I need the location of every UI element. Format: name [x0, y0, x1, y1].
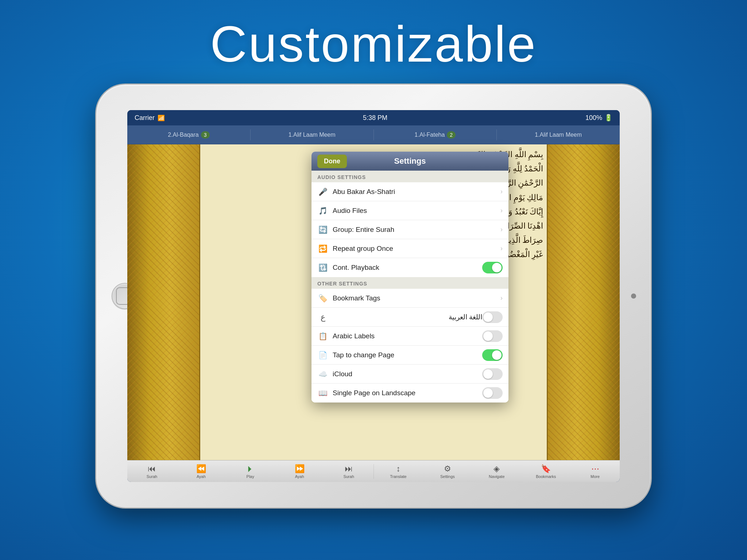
single-page-icon: 📖 [317, 388, 328, 398]
settings-item-tap-page[interactable]: 📄 Tap to change Page [311, 346, 508, 365]
other-settings-section: OTHER SETTINGS 🏷️ Bookmark Tags › ع [311, 277, 508, 402]
side-button [631, 293, 636, 299]
ayah-back-icon: ⏪ [196, 464, 206, 474]
audio-files-label: Audio Files [333, 207, 498, 215]
toolbar: ⏮ Surah ⏪ Ayah ⏵ Play ⏩ Ayah ⏭ Surah [127, 460, 620, 482]
settings-item-audio-files[interactable]: 🎵 Audio Files › [311, 201, 508, 220]
surah-fwd-icon: ⏭ [345, 464, 353, 474]
settings-item-icloud[interactable]: ☁️ iCloud [311, 365, 508, 384]
arabic-lang-label: اللغة العربية [333, 313, 482, 321]
bookmark-tags-icon: 🏷️ [317, 293, 328, 304]
settings-item-group[interactable]: 🔄 Group: Entire Surah › [311, 220, 508, 239]
settings-label: Settings [440, 474, 455, 479]
group-label: Group: Entire Surah [333, 226, 498, 234]
toolbar-item-surah-back[interactable]: ⏮ Surah [127, 460, 177, 482]
surah-back-label: Surah [147, 474, 157, 479]
toolbar-item-bookmarks[interactable]: 🔖 Bookmarks [521, 460, 570, 482]
done-button[interactable]: Done [317, 155, 347, 168]
ayah-back-label: Ayah [197, 474, 206, 479]
ipad-wrapper: Carrier 📶 5:38 PM 100% 🔋 2.Al-Baqara 3 1… [96, 85, 651, 508]
toolbar-item-ayah-back[interactable]: ⏪ Ayah [177, 460, 226, 482]
nav-tab-badge-3: 2 [447, 131, 456, 139]
nav-tab-2[interactable]: 1.Alif Laam Meem [251, 125, 374, 144]
nav-tab-4[interactable]: 1.Alif Laam Meem [497, 125, 620, 144]
status-time: 5:38 PM [363, 114, 387, 122]
bookmark-tags-label: Bookmark Tags [333, 294, 498, 302]
icloud-label: iCloud [333, 370, 482, 378]
settings-item-bookmark-tags[interactable]: 🏷️ Bookmark Tags › [311, 289, 508, 308]
battery-percent: 100% [585, 114, 602, 122]
ipad-frame: Carrier 📶 5:38 PM 100% 🔋 2.Al-Baqara 3 1… [96, 85, 651, 508]
tap-page-label: Tap to change Page [333, 351, 482, 359]
surah-fwd-label: Surah [343, 474, 354, 479]
settings-title: Settings [394, 156, 426, 166]
settings-header: Done Settings [311, 152, 508, 171]
carrier-label: Carrier [135, 114, 155, 122]
group-icon: 🔄 [317, 224, 328, 235]
surah-back-icon: ⏮ [148, 464, 156, 474]
nav-tab-1[interactable]: 2.Al-Baqara 3 [127, 125, 250, 144]
single-page-toggle[interactable] [482, 387, 503, 399]
repeat-chevron: › [500, 245, 503, 252]
audio-settings-header: AUDIO SETTINGS [311, 171, 508, 182]
settings-item-single-page[interactable]: 📖 Single Page on Landscape [311, 384, 508, 402]
settings-item-reader[interactable]: 🎤 Abu Bakar As-Shatri › [311, 182, 508, 201]
settings-item-arabic-labels[interactable]: 📋 Arabic Labels [311, 327, 508, 346]
repeat-icon: 🔁 [317, 243, 328, 254]
toolbar-item-surah-fwd[interactable]: ⏭ Surah [324, 460, 374, 482]
tap-page-toggle[interactable] [482, 349, 503, 361]
arabic-labels-icon: 📋 [317, 331, 328, 342]
toolbar-item-navigate[interactable]: ◈ Navigate [472, 460, 521, 482]
toolbar-item-more[interactable]: ⋯ More [570, 460, 620, 482]
ayah-fwd-label: Ayah [295, 474, 304, 479]
bookmarks-label: Bookmarks [536, 474, 556, 479]
settings-item-arabic-lang[interactable]: ع اللغة العربية [311, 308, 508, 327]
audio-files-icon: 🎵 [317, 205, 328, 216]
other-settings-header: OTHER SETTINGS [311, 277, 508, 289]
settings-icon: ⚙ [444, 464, 451, 474]
wifi-icon: 📶 [158, 114, 165, 121]
toolbar-item-settings[interactable]: ⚙ Settings [423, 460, 472, 482]
arabic-labels-toggle[interactable] [482, 330, 503, 342]
navigate-label: Navigate [489, 474, 504, 479]
cont-playback-toggle[interactable] [482, 262, 503, 273]
settings-panel: Done Settings AUDIO SETTINGS 🎤 Abu Bakar… [311, 152, 508, 402]
page-title: Customizable [210, 15, 537, 74]
nav-tabs: 2.Al-Baqara 3 1.Alif Laam Meem 1.Al-Fate… [127, 125, 620, 144]
icloud-icon: ☁️ [317, 369, 328, 380]
settings-item-cont-playback[interactable]: 🔃 Cont. Playback [311, 258, 508, 277]
ayah-fwd-icon: ⏩ [295, 464, 305, 474]
bookmark-tags-chevron: › [500, 294, 503, 302]
translate-label: Translate [390, 474, 406, 479]
toolbar-item-translate[interactable]: ↕ Translate [374, 460, 423, 482]
tap-page-icon: 📄 [317, 350, 328, 361]
reader-icon: 🎤 [317, 186, 328, 197]
audio-settings-section: AUDIO SETTINGS 🎤 Abu Bakar As-Shatri › 🎵 [311, 171, 508, 277]
arabic-lang-toggle[interactable] [482, 311, 503, 323]
audio-files-chevron: › [500, 207, 503, 214]
navigate-icon: ◈ [494, 464, 500, 474]
reader-chevron: › [500, 188, 503, 195]
play-label: Play [247, 474, 254, 479]
cont-playback-label: Cont. Playback [333, 264, 482, 272]
settings-overlay: Done Settings AUDIO SETTINGS 🎤 Abu Bakar… [200, 144, 620, 460]
toolbar-item-ayah-fwd[interactable]: ⏩ Ayah [275, 460, 324, 482]
more-label: More [591, 474, 600, 479]
settings-item-repeat[interactable]: 🔁 Repeat group Once › [311, 239, 508, 258]
status-bar: Carrier 📶 5:38 PM 100% 🔋 [127, 110, 620, 125]
translate-icon: ↕ [396, 464, 400, 474]
group-chevron: › [500, 226, 503, 233]
single-page-label: Single Page on Landscape [333, 389, 482, 397]
toolbar-item-play[interactable]: ⏵ Play [226, 460, 275, 482]
repeat-label: Repeat group Once [333, 245, 498, 253]
nav-tab-3[interactable]: 1.Al-Fateha 2 [374, 125, 497, 144]
more-icon: ⋯ [591, 464, 599, 474]
arabic-lang-icon: ع [317, 312, 328, 323]
bookmarks-icon: 🔖 [541, 464, 551, 474]
icloud-toggle[interactable] [482, 368, 503, 380]
play-icon: ⏵ [246, 464, 254, 474]
nav-tab-badge-1: 3 [201, 131, 210, 139]
battery-icon: 🔋 [604, 114, 612, 122]
arabic-labels-label: Arabic Labels [333, 332, 482, 340]
cont-playback-icon: 🔃 [317, 262, 328, 273]
